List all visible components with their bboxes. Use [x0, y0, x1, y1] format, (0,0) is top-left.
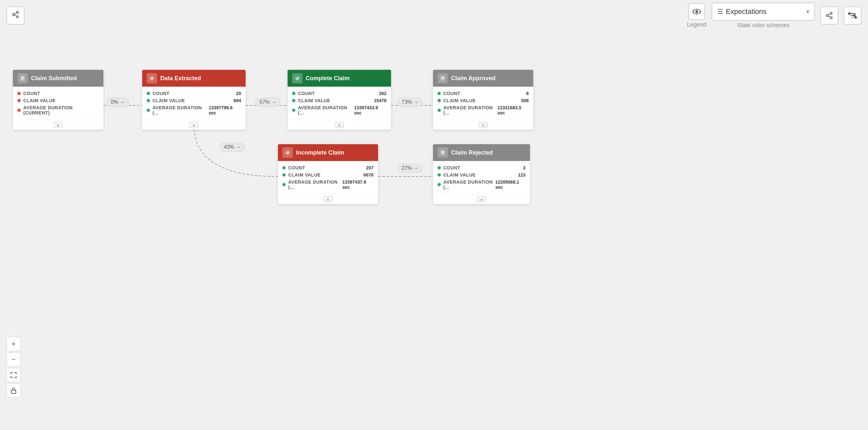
edge-label-57pct: 57% → — [255, 98, 280, 107]
claim-approved-header: Claim Approved — [433, 70, 533, 87]
svg-line-3 — [14, 15, 17, 17]
claim-approved-icon — [438, 73, 448, 84]
svg-rect-39 — [11, 390, 16, 394]
incomplete-claim-count-row: COUNT 207 — [282, 164, 374, 171]
share-button-2[interactable] — [820, 6, 838, 25]
claim-rejected-footer: ▲ — [433, 194, 530, 204]
svg-point-13 — [830, 17, 832, 19]
svg-rect-34 — [441, 78, 444, 79]
svg-point-0 — [17, 11, 19, 13]
claim-approved-count-row: COUNT 8 — [438, 90, 529, 97]
incomplete-claim-icon — [282, 147, 293, 158]
zoom-lock-button[interactable] — [6, 383, 21, 398]
process-canvas: 0% → 57% → 73% → 43% → 27% → Claim Submi… — [0, 31, 868, 430]
zoom-out-button[interactable]: − — [6, 352, 21, 367]
claim-approved-expand[interactable]: ▲ — [478, 122, 488, 128]
zoom-controls: + − — [6, 337, 21, 398]
toolbar: Legend ☰ Expectations ▾ State color sche… — [0, 0, 868, 31]
legend-label: Legend — [687, 21, 706, 28]
incomplete-claim-header: Incomplete Claim — [278, 144, 378, 161]
incomplete-claim-expand[interactable]: ▲ — [323, 196, 333, 202]
data-extracted-footer: ▲ — [142, 120, 246, 130]
complete-claim-body: COUNT 262 CLAIM VALUE 15478 AVERAGE DURA… — [288, 87, 391, 120]
claim-submitted-value-row: CLAIM VALUE — [18, 97, 99, 104]
svg-point-35 — [285, 150, 290, 155]
incomplete-claim-duration-row: AVERAGE DURATION (... 13397437.9 sec — [282, 179, 374, 191]
claim-submitted-body: COUNT CLAIM VALUE AVERAGE DURATION (CURR… — [13, 87, 103, 120]
menu-icon: ☰ — [717, 8, 723, 16]
state-color-label: State color schemes — [737, 22, 789, 29]
claim-submitted-count-row: COUNT — [18, 90, 99, 97]
zoom-in-button[interactable]: + — [6, 337, 21, 351]
claim-rejected-duration-row: AVERAGE DURATION (... 12205068.1 sec — [438, 179, 525, 191]
complete-claim-header: Complete Claim — [288, 70, 391, 87]
svg-rect-29 — [21, 80, 23, 80]
node-claim-submitted: Claim Submitted COUNT CLAIM VALUE AVERAG… — [13, 70, 103, 130]
node-claim-rejected: Claim Rejected COUNT 3 CLAIM VALUE 123 A… — [433, 144, 530, 204]
complete-claim-value-row: CLAIM VALUE 15478 — [292, 97, 386, 104]
data-extracted-icon — [147, 73, 157, 84]
data-extracted-count-row: COUNT 20 — [147, 90, 241, 97]
share-button[interactable] — [6, 6, 25, 25]
data-extracted-header: Data Extracted — [142, 70, 246, 87]
edge-label-27pct: 27% → — [398, 163, 423, 173]
svg-rect-38 — [441, 153, 444, 153]
claim-rejected-icon — [438, 147, 448, 158]
incomplete-claim-value-row: CLAIM VALUE 6676 — [282, 171, 374, 179]
legend-icon-container — [688, 3, 705, 20]
legend-button[interactable]: Legend — [687, 3, 706, 28]
filter-button[interactable] — [843, 6, 862, 25]
incomplete-claim-footer: ▲ — [278, 194, 378, 204]
claim-rejected-count-row: COUNT 3 — [438, 164, 525, 171]
data-extracted-value-row: CLAIM VALUE 894 — [147, 97, 241, 104]
svg-point-30 — [150, 76, 154, 81]
claim-submitted-footer: ▲ — [13, 120, 103, 130]
claim-approved-footer: ▲ — [433, 120, 533, 130]
svg-point-2 — [17, 16, 19, 18]
zoom-fit-button[interactable] — [6, 368, 21, 382]
claim-submitted-title: Claim Submitted — [31, 75, 77, 82]
incomplete-claim-title: Incomplete Claim — [296, 149, 344, 156]
svg-point-19 — [848, 13, 850, 14]
claim-submitted-header: Claim Submitted — [13, 70, 103, 87]
incomplete-claim-body: COUNT 207 CLAIM VALUE 6676 AVERAGE DURAT… — [278, 161, 378, 194]
chevron-down-icon: ▾ — [806, 8, 809, 15]
complete-claim-duration-row: AVERAGE DURATION (... 13397433.9 sec — [292, 104, 386, 116]
claim-approved-body: COUNT 8 CLAIM VALUE 508 AVERAGE DURATION… — [433, 87, 533, 120]
complete-claim-footer: ▲ — [288, 120, 391, 130]
claim-rejected-body: COUNT 3 CLAIM VALUE 123 AVERAGE DURATION… — [433, 161, 530, 194]
data-extracted-body: COUNT 20 CLAIM VALUE 894 AVERAGE DURATIO… — [142, 87, 246, 120]
claim-submitted-icon — [18, 73, 28, 84]
expectations-dropdown[interactable]: ☰ Expectations ▾ — [712, 3, 815, 21]
claim-approved-title: Claim Approved — [451, 75, 495, 82]
complete-claim-icon — [292, 73, 303, 84]
edge-label-0pct: 0% → — [106, 98, 129, 107]
claim-submitted-expand[interactable]: ▲ — [54, 122, 63, 128]
svg-point-20 — [854, 15, 856, 17]
svg-point-6 — [696, 11, 698, 12]
claim-approved-value-row: CLAIM VALUE 508 — [438, 97, 529, 104]
data-extracted-duration-row: AVERAGE DURATION (... 13397796.6 sec — [147, 104, 241, 116]
expectations-text: Expectations — [726, 7, 804, 16]
node-incomplete-claim: Incomplete Claim COUNT 207 CLAIM VALUE 6… — [278, 144, 378, 204]
svg-line-15 — [828, 14, 831, 15]
share-icon — [12, 11, 20, 20]
svg-line-4 — [14, 13, 17, 14]
complete-claim-title: Complete Claim — [306, 75, 350, 82]
complete-claim-expand[interactable]: ▲ — [335, 122, 344, 128]
node-claim-approved: Claim Approved COUNT 8 CLAIM VALUE 508 A… — [433, 70, 533, 130]
data-extracted-expand[interactable]: ▲ — [189, 122, 198, 128]
claim-submitted-duration-row: AVERAGE DURATION (CURRENT) — [18, 104, 99, 116]
svg-rect-28 — [21, 78, 24, 79]
svg-point-11 — [830, 12, 832, 14]
svg-rect-37 — [441, 151, 444, 152]
claim-rejected-header: Claim Rejected — [433, 144, 530, 161]
edge-label-73pct: 73% → — [398, 98, 423, 107]
svg-rect-33 — [441, 77, 444, 78]
node-data-extracted: Data Extracted COUNT 20 CLAIM VALUE 894 … — [142, 70, 246, 130]
svg-point-12 — [826, 14, 828, 17]
svg-rect-27 — [21, 77, 24, 78]
svg-point-31 — [295, 76, 300, 81]
complete-claim-count-row: COUNT 262 — [292, 90, 386, 97]
claim-rejected-expand[interactable]: ▲ — [477, 196, 486, 202]
